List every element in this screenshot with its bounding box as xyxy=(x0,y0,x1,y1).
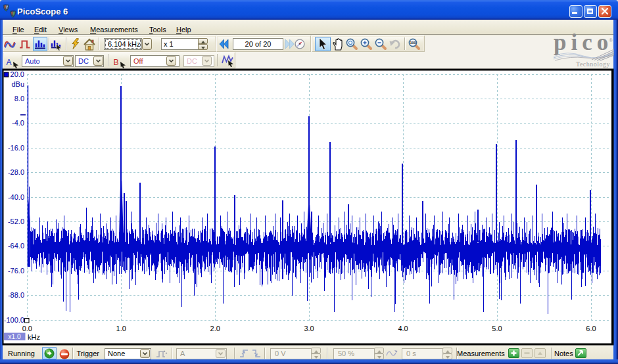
svg-text:2.0: 2.0 xyxy=(210,325,220,332)
svg-text:5.0: 5.0 xyxy=(492,325,502,332)
svg-text:-64.0: -64.0 xyxy=(8,242,24,250)
svg-text:dBu: dBu xyxy=(11,80,24,88)
svg-text:4.0: 4.0 xyxy=(398,325,408,332)
svg-text:-88.0: -88.0 xyxy=(8,291,24,299)
svg-text:1.0: 1.0 xyxy=(116,325,126,332)
svg-text:6.0: 6.0 xyxy=(586,325,596,332)
svg-text:20.0: 20.0 xyxy=(11,70,24,78)
svg-text:kHz: kHz xyxy=(28,333,40,341)
svg-text:-40.0: -40.0 xyxy=(8,193,24,201)
svg-text:-100.0: -100.0 xyxy=(4,316,24,324)
svg-text:-16.0: -16.0 xyxy=(8,144,24,152)
svg-text:3.0: 3.0 xyxy=(304,325,314,332)
svg-text:-4.0: -4.0 xyxy=(12,119,24,127)
svg-text:x1.0: x1.0 xyxy=(9,333,21,340)
svg-text:8.0: 8.0 xyxy=(14,95,24,102)
svg-text:0.0: 0.0 xyxy=(22,325,32,332)
svg-text:-28.0: -28.0 xyxy=(8,168,24,176)
svg-text:-52.0: -52.0 xyxy=(8,217,24,225)
svg-text:-76.0: -76.0 xyxy=(8,267,24,275)
